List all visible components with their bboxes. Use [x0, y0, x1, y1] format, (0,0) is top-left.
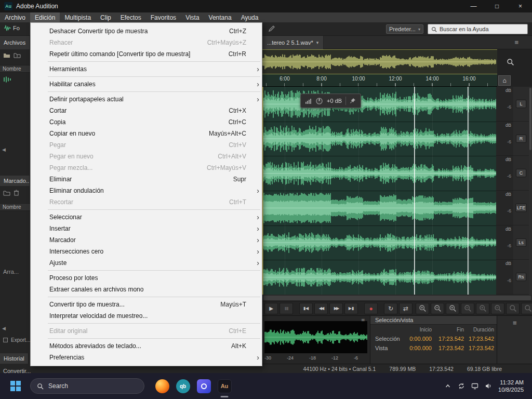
rewind-button[interactable]: ◀◀ — [314, 303, 328, 314]
menu-item-copia[interactable]: CopiaCtrl+C — [31, 116, 262, 128]
menu-item-convertir-tipo-de-muestra[interactable]: Convertir tipo de muestra...Mayús+T — [31, 299, 262, 310]
menu-item-editar-original[interactable]: Editar originalCtrl+E — [31, 325, 262, 337]
skip-to-end-button[interactable]: ▶▮ — [344, 303, 358, 314]
help-search-input[interactable]: Buscar en la Ayuda — [428, 24, 528, 34]
menu-item-seleccionar[interactable]: Seleccionar› — [31, 211, 262, 223]
menu-item-habilitar-canales[interactable]: Habilitar canales› — [31, 78, 262, 90]
zoom-to-selection-button[interactable] — [506, 303, 520, 314]
checkbox-icon[interactable] — [3, 338, 8, 342]
zoom-in-time-button[interactable] — [416, 303, 429, 314]
channel-badge-l[interactable]: L — [516, 100, 526, 108]
zoom-icon[interactable] — [507, 58, 514, 66]
loop-playback-button[interactable]: ↻ — [384, 303, 397, 314]
menu-item-cortar[interactable]: CortarCtrl+X — [31, 105, 262, 116]
menu-item-interpretar-velocidad-de-muestreo[interactable]: Interpretar velocidad de muestreo... — [31, 310, 262, 322]
markers-panel-tab[interactable]: Marcado... — [0, 176, 30, 186]
menubar-item-favoritos[interactable]: Favoritos — [146, 12, 181, 22]
vertical-scrollbar[interactable] — [529, 87, 532, 295]
home-icon[interactable]: ⌂ — [498, 75, 511, 86]
edit-tool-icon[interactable] — [268, 25, 275, 32]
history-panel-tab[interactable]: Historial — [0, 353, 29, 364]
scrollbar-thumb[interactable] — [529, 88, 531, 150]
menu-item-intersecciones-cero[interactable]: Intersecciones cero› — [31, 246, 262, 257]
zoom-to-selection-out-button[interactable] — [491, 303, 504, 314]
menu-item-extraer-canales-en-archivos-mono[interactable]: Extraer canales en archivos mono — [31, 284, 262, 295]
menu-item-copiar-en-nuevo[interactable]: Copiar en nuevoMayús+Alt+C — [31, 128, 262, 139]
history-list-item[interactable]: Convertir... — [0, 368, 262, 373]
folder-icon[interactable] — [3, 190, 10, 196]
zoom-out-full-button[interactable] — [521, 303, 532, 314]
menubar-item-edición[interactable]: Edición — [30, 12, 60, 22]
zoom-overview-strip[interactable] — [262, 49, 497, 74]
menubar-item-clip[interactable]: Clip — [96, 12, 116, 22]
waveform-view-button[interactable]: Fo — [4, 25, 28, 31]
start-button[interactable] — [8, 376, 23, 396]
channel-badge-rs[interactable]: Rs — [516, 273, 526, 281]
trash-icon[interactable] — [14, 190, 19, 196]
skip-to-start-button[interactable]: ▮◀ — [299, 303, 313, 314]
chevron-up-icon[interactable] — [444, 382, 451, 390]
panel-menu-icon[interactable]: ≡ — [513, 319, 517, 327]
menubar-item-efectos[interactable]: Efectos — [116, 12, 146, 22]
menu-item-pegar[interactable]: PegarCtrl+V — [31, 139, 262, 151]
files-panel-tab[interactable]: Archivos — [0, 36, 30, 49]
menubar-item-multipista[interactable]: Multipista — [60, 12, 96, 22]
folder-icon[interactable] — [3, 52, 10, 58]
timeline-ruler[interactable]: 6:008:0010:0012:0014:0016:00 — [262, 74, 497, 87]
channel-badge-r[interactable]: R — [516, 135, 526, 143]
taskbar-app-firefox[interactable] — [152, 374, 172, 398]
maximize-button[interactable]: □ — [485, 0, 509, 12]
taskbar-app-quickbooks[interactable]: qb — [172, 374, 193, 398]
menu-item-deshacer-convertir-tipo-de-muestra[interactable]: Deshacer Convertir tipo de muestraCtrl+Z — [31, 25, 262, 37]
taskbar-search-input[interactable]: Search — [30, 378, 144, 394]
play-button[interactable]: ▶ — [264, 303, 278, 314]
timecode-field[interactable]: 0:00.000 — [403, 345, 433, 351]
menu-item-proceso-por-lotes[interactable]: Proceso por lotes — [31, 272, 262, 284]
skip-selection-button[interactable]: ⇄ — [399, 303, 413, 314]
workspace-preset-dropdown[interactable]: Predeter... ▾ — [386, 24, 423, 34]
volume-icon[interactable] — [485, 382, 492, 390]
gain-hud[interactable]: +0 dB — [300, 94, 361, 108]
timecode-field[interactable]: 17:23.542 — [433, 345, 466, 351]
pin-icon[interactable] — [350, 98, 356, 104]
zoom-in-amplitude-button[interactable] — [446, 303, 459, 314]
menu-item-eliminar[interactable]: EliminarSupr — [31, 174, 262, 185]
scroll-left-arrow[interactable]: ◀ — [2, 326, 6, 331]
menu-item-rehacer[interactable]: RehacerCtrl+Mayús+Z — [31, 37, 262, 48]
taskbar-app-audition[interactable]: Au — [214, 374, 235, 398]
menu-item-pegar-en-nuevo[interactable]: Pegar en nuevoCtrl+Alt+V — [31, 151, 262, 162]
channel-badge-ls[interactable]: Ls — [516, 238, 526, 247]
menubar-item-ventana[interactable]: Ventana — [204, 12, 236, 22]
timecode-field[interactable]: 17:23.542 — [466, 336, 496, 342]
horizontal-scrollbar[interactable] — [262, 295, 532, 301]
channel-badge-lfe[interactable]: LFE — [515, 204, 527, 212]
menu-item-repetir-último-comando-convertir-tipo-de-muestra[interactable]: Repetir último comando [Convertir tipo d… — [31, 48, 262, 60]
menu-item-eliminar-ondulación[interactable]: Eliminar ondulación› — [31, 185, 262, 196]
zoom-to-selection-in-button[interactable] — [476, 303, 489, 314]
menu-item-recortar[interactable]: RecortarCtrl+T — [31, 196, 262, 208]
display-icon[interactable] — [471, 382, 478, 390]
menu-item-insertar[interactable]: Insertar› — [31, 223, 262, 234]
menu-item-definir-portapapeles-actual[interactable]: Definir portapapeles actual› — [31, 94, 262, 105]
menu-item-pegar-mezcla[interactable]: Pegar mezcla...Ctrl+Mayús+V — [31, 162, 262, 174]
menubar-item-archivo[interactable]: Archivo — [0, 12, 30, 22]
menu-item-marcador[interactable]: Marcador› — [31, 234, 262, 246]
zoom-out-amplitude-button[interactable] — [461, 303, 474, 314]
minimize-button[interactable]: — — [462, 0, 485, 12]
import-file-icon[interactable] — [14, 52, 21, 58]
scroll-left-arrow[interactable]: ◀ — [2, 147, 6, 152]
pause-button[interactable]: ▮▮ — [280, 303, 293, 314]
menu-item-herramientas[interactable]: Herramientas› — [31, 63, 262, 75]
timecode-field[interactable]: 17:23.542 — [433, 336, 466, 342]
sync-icon[interactable] — [458, 382, 465, 390]
panel-menu-icon[interactable]: ≡ — [514, 38, 518, 46]
gain-knob[interactable] — [315, 97, 323, 105]
timecode-field[interactable]: 0:00.000 — [403, 336, 433, 342]
close-button[interactable]: × — [509, 0, 532, 12]
zoom-out-time-button[interactable] — [431, 303, 444, 314]
menu-item-métodos-abreviados-de-teclado[interactable]: Métodos abreviados de teclado...Alt+K — [31, 340, 262, 352]
menubar-item-vista[interactable]: Vista — [181, 12, 204, 22]
scrollbar-thumb[interactable] — [263, 296, 531, 300]
editor-file-tab[interactable]: ...tereo 2 5.1.wav* ▾ — [262, 36, 324, 49]
taskbar-clock[interactable]: 11:32 AM 10/8/2025 — [498, 379, 524, 394]
